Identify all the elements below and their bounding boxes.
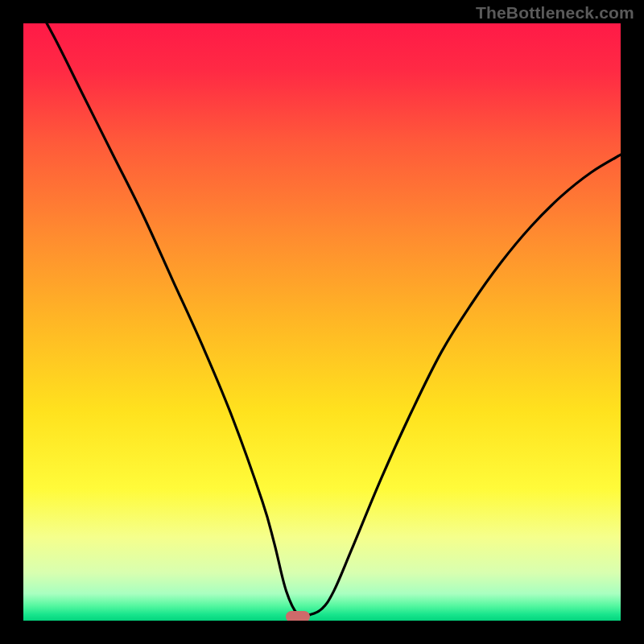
plot-area (23, 23, 621, 621)
bottleneck-curve (23, 23, 621, 621)
chart-frame: TheBottleneck.com (0, 0, 644, 644)
optimal-marker (286, 611, 310, 621)
watermark-label: TheBottleneck.com (476, 3, 634, 23)
